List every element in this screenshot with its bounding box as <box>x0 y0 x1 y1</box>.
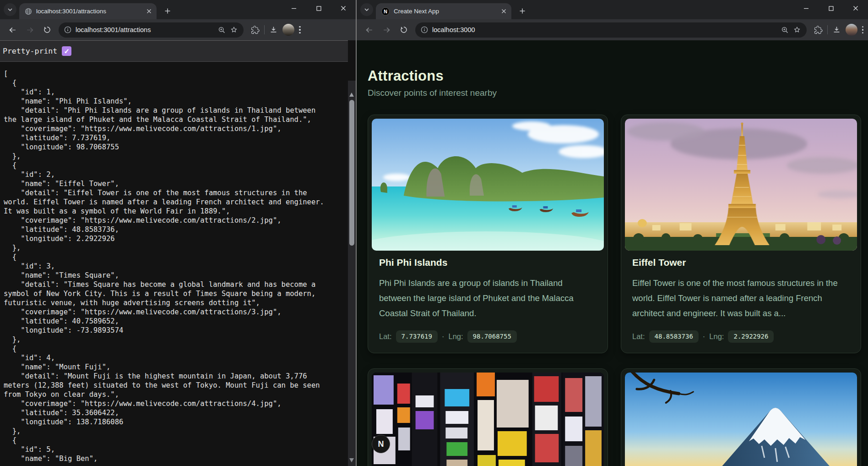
json-line: "longitude": 98.7068755 <box>4 143 356 152</box>
toolbar-separator <box>827 25 828 34</box>
window-controls <box>794 0 868 16</box>
forward-button[interactable] <box>379 22 394 38</box>
json-line: }, <box>4 243 356 252</box>
mount-fuji-image <box>625 373 857 466</box>
forward-button[interactable] <box>22 22 38 38</box>
url-text[interactable]: localhost:3001/attractions <box>76 26 214 33</box>
profile-avatar[interactable] <box>846 24 857 36</box>
zoom-icon[interactable] <box>218 26 226 34</box>
tab-search-button[interactable] <box>4 3 16 16</box>
menu-icon[interactable] <box>299 26 301 34</box>
url-text[interactable]: localhost:3000 <box>432 26 777 33</box>
card-detail: Phi Phi Islands are a group of islands i… <box>379 275 597 321</box>
site-info-icon[interactable] <box>421 26 428 33</box>
reload-button[interactable] <box>39 22 55 38</box>
browser-window-app: N Create Next App <box>356 0 868 466</box>
json-line: "name": "Mount Fuji", <box>4 362 356 372</box>
nextjs-favicon-icon: N <box>381 7 390 16</box>
json-line: "longitude": 2.2922926 <box>4 234 356 243</box>
tab-search-button[interactable] <box>360 3 373 16</box>
json-line: }, <box>4 152 356 161</box>
forward-icon <box>382 26 391 34</box>
separator-dot: · <box>442 332 445 341</box>
globe-icon <box>25 8 32 15</box>
browser-toolbar: localhost:3000 <box>357 19 868 40</box>
attraction-card-eiffel[interactable]: Eiffel Tower Eiffel Tower is one of the … <box>621 115 861 353</box>
minimize-button[interactable] <box>282 0 306 16</box>
scrollbar-thumb[interactable] <box>349 100 354 246</box>
reload-icon <box>43 26 51 34</box>
site-info-icon[interactable] <box>64 26 71 33</box>
json-line: "latitude": 35.3606422, <box>4 408 356 417</box>
chevron-down-icon <box>7 7 13 12</box>
extensions-icon[interactable] <box>251 26 260 34</box>
window-controls <box>282 0 356 16</box>
close-icon <box>146 9 152 14</box>
json-line: "id": 5, <box>4 445 356 454</box>
pretty-print-checkbox[interactable]: ✓ <box>62 46 71 56</box>
json-line: }, <box>4 427 356 436</box>
maximize-button[interactable] <box>819 0 843 16</box>
bookmark-star-icon[interactable] <box>230 26 238 34</box>
json-line: It was built as a symbol of the World Fa… <box>4 207 356 216</box>
tab-create-next-app[interactable]: N Create Next App <box>376 3 511 19</box>
menu-icon[interactable] <box>862 26 864 34</box>
json-body: [ { "id": 1, "name": "Phi Phi Islands", … <box>0 62 356 463</box>
close-window-button[interactable] <box>331 0 356 16</box>
minimize-icon <box>803 5 809 11</box>
lng-label: Lng: <box>709 332 724 341</box>
downloads-icon[interactable] <box>832 26 841 34</box>
tab-title: Create Next App <box>394 8 495 15</box>
json-line: "coverimage": "https://www.melivecode.co… <box>4 307 356 317</box>
card-body: Phi Phi Islands Phi Phi Islands are a gr… <box>372 251 604 343</box>
json-line: "id": 1, <box>4 88 356 97</box>
scroll-down-arrow-icon[interactable] <box>349 458 354 462</box>
json-line: meters (12,388 feet) situated to the wes… <box>4 381 356 390</box>
attractions-grid: Phi Phi Islands Phi Phi Islands are a gr… <box>368 115 860 466</box>
json-line: "id": 4, <box>4 353 356 362</box>
zoom-icon[interactable] <box>781 26 789 34</box>
reload-icon <box>400 26 408 34</box>
json-line: }, <box>4 335 356 344</box>
json-line: "detail": "Times Square has become a glo… <box>4 280 356 289</box>
json-line: "latitude": 48.8583736, <box>4 225 356 234</box>
scroll-up-arrow-icon[interactable] <box>349 93 354 97</box>
attraction-card-mount-fuji[interactable] <box>621 368 861 466</box>
tab-close-button[interactable] <box>499 7 508 16</box>
json-line: the large island of Phuket and the Malac… <box>4 115 356 124</box>
back-button[interactable] <box>5 22 20 38</box>
nextjs-devtools-button[interactable]: N <box>372 435 390 453</box>
json-line: { <box>4 252 356 262</box>
longitude-badge: 98.7068755 <box>467 330 517 343</box>
json-viewer: Pretty-print ✓ [ { "id": 1, "name": "Phi… <box>0 40 356 466</box>
bookmark-star-icon[interactable] <box>793 26 801 34</box>
extensions-icon[interactable] <box>814 26 823 34</box>
profile-avatar[interactable] <box>282 24 294 36</box>
card-title: Phi Phi Islands <box>379 257 597 268</box>
attraction-card-times-square[interactable] <box>368 368 608 466</box>
toolbar-actions <box>251 24 301 36</box>
page-title: Attractions <box>368 68 860 84</box>
tab-localhost-3001[interactable]: localhost:3001/attractions <box>19 3 157 19</box>
tab-strip: N Create Next App <box>357 0 868 19</box>
new-tab-button[interactable] <box>516 5 529 17</box>
json-line: "id": 3, <box>4 262 356 271</box>
tab-close-button[interactable] <box>145 7 153 16</box>
new-tab-button[interactable] <box>161 5 174 17</box>
back-button[interactable] <box>361 22 377 38</box>
maximize-button[interactable] <box>306 0 331 16</box>
json-line: "name": "Eiffel Tower", <box>4 179 356 188</box>
card-coordinates: Lat: 48.8583736 · Lng: 2.2922926 <box>632 330 850 343</box>
address-bar[interactable]: localhost:3001/attractions <box>59 22 244 38</box>
card-coordinates: Lat: 7.737619 · Lng: 98.7068755 <box>379 330 597 343</box>
address-bar[interactable]: localhost:3000 <box>415 22 807 38</box>
scrollbar[interactable] <box>348 81 356 466</box>
minimize-button[interactable] <box>794 0 819 16</box>
reload-button[interactable] <box>396 22 412 38</box>
downloads-icon[interactable] <box>269 26 278 34</box>
close-window-button[interactable] <box>843 0 868 16</box>
json-line: "coverimage": "https://www.melivecode.co… <box>4 124 356 133</box>
attraction-card-phi-phi[interactable]: Phi Phi Islands Phi Phi Islands are a gr… <box>368 115 608 353</box>
card-detail: Eiffel Tower is one of the most famous s… <box>632 275 850 321</box>
json-line: { <box>4 344 356 353</box>
